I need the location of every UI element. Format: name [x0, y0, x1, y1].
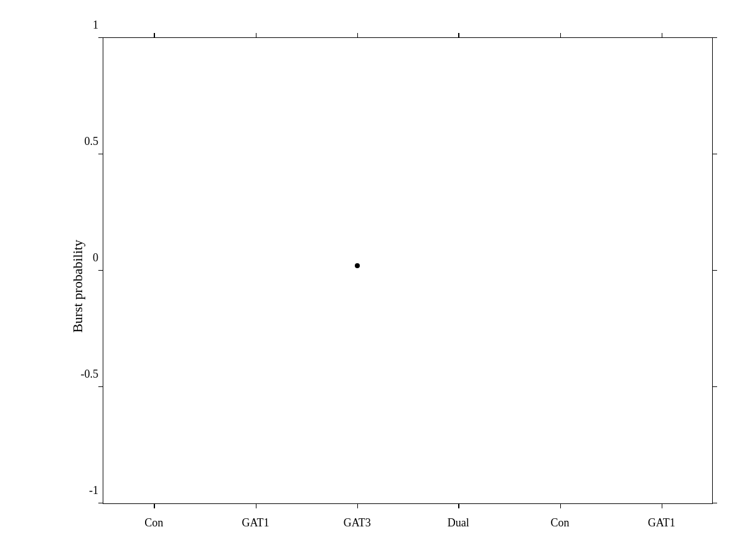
x-tick	[256, 503, 257, 508]
y-tick	[712, 154, 717, 155]
y-axis-label: Burst probability	[70, 240, 86, 333]
x-tick-top	[357, 33, 359, 38]
x-tick-top	[154, 33, 155, 38]
y-tick-label: 0	[93, 251, 103, 264]
y-tick-right	[98, 386, 103, 388]
x-tick-top	[458, 33, 459, 38]
y-tick-right	[98, 154, 103, 155]
x-tick-label: Con	[144, 516, 163, 530]
chart-container: Burst probability 10.50-0.5-1ConGAT1GAT3…	[0, 0, 747, 560]
y-tick-right	[98, 37, 103, 39]
y-tick-label: 0.5	[85, 135, 104, 148]
x-tick-top	[560, 33, 561, 38]
x-tick	[154, 503, 155, 508]
x-tick	[662, 503, 663, 508]
x-tick	[357, 503, 359, 508]
y-tick-right	[98, 503, 103, 504]
chart-wrapper: Burst probability 10.50-0.5-1ConGAT1GAT3…	[65, 31, 719, 541]
x-tick-label: Dual	[448, 516, 469, 530]
x-tick	[458, 503, 459, 508]
x-tick-label: GAT1	[648, 516, 675, 530]
x-tick-label: GAT1	[242, 516, 270, 530]
x-tick	[560, 503, 561, 508]
data-point	[355, 263, 360, 268]
x-tick-top	[662, 33, 663, 38]
y-tick-label: -1	[89, 484, 103, 497]
y-tick	[712, 37, 717, 39]
x-tick-label: Con	[550, 516, 569, 530]
x-tick-label: GAT3	[344, 516, 371, 530]
y-tick-label: -0.5	[81, 368, 104, 381]
y-tick-right	[98, 270, 103, 271]
y-tick-label: 1	[93, 19, 103, 32]
plot-area: 10.50-0.5-1ConGAT1GAT3DualConGAT1	[103, 37, 713, 504]
y-tick	[712, 386, 717, 388]
y-tick	[712, 270, 717, 271]
y-tick	[712, 503, 717, 504]
x-tick-top	[256, 33, 257, 38]
